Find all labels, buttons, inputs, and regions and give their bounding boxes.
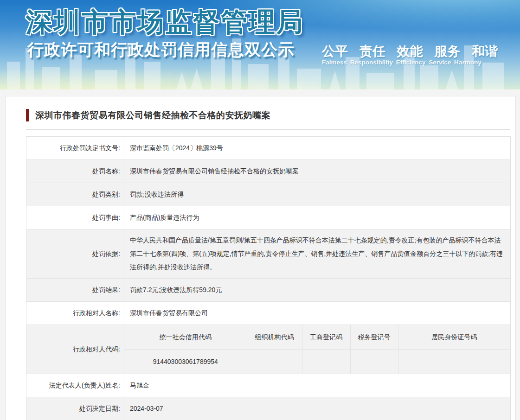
- banner-slogan-cn: 公平 责任 效能 服务 和谐: [322, 43, 498, 60]
- row-penalty-doc-number: 行政处罚决定书文号: 深市监南处罚〔2024〕桃源39号: [26, 137, 511, 160]
- field-value: 中华人民共和国产品质量法/第五章罚则/第五十四条产品标识不符合本法第二十七条规定…: [124, 229, 511, 279]
- id-number-value: [398, 350, 510, 374]
- row-penalty-category: 处罚类别: 罚款;没收违法所得: [26, 183, 511, 206]
- site-banner: 深圳市市场监督管理局 行政许可和行政处罚信用信息双公示 公平 责任 效能 服务 …: [0, 0, 520, 89]
- business-reg-value: [302, 350, 350, 374]
- title-marker: [26, 109, 29, 121]
- page-title-row: 深圳市伟春货贸易有限公司销售经抽检不合格的安抚奶嘴案: [6, 109, 515, 121]
- org-code-value: [247, 350, 302, 374]
- field-label: 行政处罚决定书文号:: [26, 137, 124, 160]
- page-title: 深圳市伟春货贸易有限公司销售经抽检不合格的安抚奶嘴案: [35, 109, 270, 121]
- row-penalty-basis: 处罚依据: 中华人民共和国产品质量法/第五章罚则/第五十四条产品标识不符合本法第…: [26, 229, 511, 279]
- code-header: 居民身份证号码: [398, 325, 510, 350]
- field-value: 深圳市伟春货贸易有限公司: [124, 302, 511, 325]
- code-header: 工商登记码: [302, 325, 350, 350]
- penalty-record-table: 行政处罚决定书文号: 深市监南处罚〔2024〕桃源39号 处罚名称: 深圳市伟春…: [26, 136, 511, 420]
- row-party-codes: 行政相对人代码: 统一社会信用代码 组织机构代码 工商登记码 税: [26, 325, 511, 374]
- field-value: 产品(商品)质量违法行为: [124, 206, 511, 229]
- credit-code-value: 914403003061789954: [124, 350, 247, 374]
- field-value: 深市监南处罚〔2024〕桃源39号: [124, 137, 511, 160]
- field-value: 罚款7.2元;没收违法所得59.20元: [124, 279, 511, 302]
- field-label: 处罚名称:: [26, 160, 124, 183]
- field-label: 行政相对人代码:: [26, 325, 124, 374]
- row-party-name: 行政相对人名称: 深圳市伟春货贸易有限公司: [26, 302, 511, 325]
- field-label: 法定代表人(负责人)姓名:: [26, 374, 124, 397]
- field-value: 2024-03-07: [124, 397, 511, 420]
- field-label: 处罚决定日期:: [26, 397, 124, 420]
- field-label: 行政相对人名称:: [26, 302, 124, 325]
- row-penalty-result: 处罚结果: 罚款7.2元;没收违法所得59.20元: [26, 279, 511, 302]
- code-value-row: 914403003061789954: [124, 350, 510, 374]
- row-legal-representative: 法定代表人(负责人)姓名: 马旭金: [26, 374, 511, 397]
- field-value: 罚款;没收违法所得: [124, 183, 511, 206]
- field-value: 深圳市伟春货贸易有限公司销售经抽检不合格的安抚奶嘴案: [124, 160, 511, 183]
- banner-slogan-en: Faimess Responsibility Efficiency Servic…: [322, 59, 481, 66]
- field-value: 马旭金: [124, 374, 511, 397]
- field-label: 处罚事由:: [26, 206, 124, 229]
- code-header: 统一社会信用代码: [124, 325, 247, 350]
- content-card: 深圳市伟春货贸易有限公司销售经抽检不合格的安抚奶嘴案 行政处罚决定书文号: 深市…: [6, 96, 516, 420]
- field-label: 处罚依据:: [26, 229, 124, 279]
- field-label: 处罚类别:: [26, 183, 124, 206]
- tax-reg-value: [350, 350, 398, 374]
- code-header: 组织机构代码: [247, 325, 302, 350]
- row-penalty-reason: 处罚事由: 产品(商品)质量违法行为: [26, 206, 511, 229]
- row-decision-date: 处罚决定日期: 2024-03-07: [26, 397, 511, 420]
- party-code-table: 统一社会信用代码 组织机构代码 工商登记码 税务登记号 居民身份证号码 9144…: [124, 325, 510, 374]
- code-header-row: 统一社会信用代码 组织机构代码 工商登记码 税务登记号 居民身份证号码: [124, 325, 510, 350]
- org-name: 深圳市市场监督管理局: [26, 5, 304, 40]
- field-value: 统一社会信用代码 组织机构代码 工商登记码 税务登记号 居民身份证号码 9144…: [124, 325, 511, 374]
- title-divider: [26, 129, 510, 130]
- row-penalty-name: 处罚名称: 深圳市伟春货贸易有限公司销售经抽检不合格的安抚奶嘴案: [26, 160, 511, 183]
- field-label: 处罚结果:: [26, 279, 124, 302]
- banner-subtitle: 行政许可和行政处罚信用信息双公示: [27, 39, 295, 61]
- code-header: 税务登记号: [350, 325, 398, 350]
